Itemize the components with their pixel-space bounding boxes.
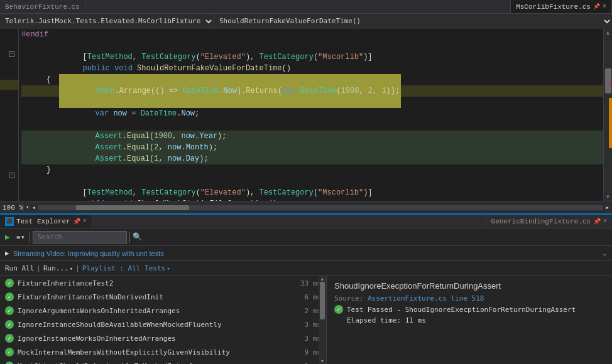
code-status-bar: 100 % ▾ ◂ ▸ (0, 201, 612, 213)
gutter-row (0, 90, 18, 100)
tab-mscorlib-fixture[interactable]: MsCorlibFixture.cs 📌 × (510, 0, 612, 13)
gutter-row (0, 130, 18, 140)
test-name: IgnoreInstanceWorksOnInheritedArranges (18, 335, 176, 343)
zoom-icon: ▾ (26, 204, 29, 211)
code-line-highlighted: Mock.Arrange(() => DateTime.Now).Returns… (21, 85, 603, 97)
run-all-button[interactable]: Run All (5, 264, 34, 272)
list-item[interactable]: ✓ IgnoreInstanceShouldBeAvailableWhenMoc… (0, 318, 326, 331)
method-dropdown[interactable]: ShouldReturnFakeValueForDateTime() (214, 14, 612, 29)
code-line: var now = DateTime.Now; (21, 108, 603, 119)
tab-label: BehaviorFixture.cs (5, 3, 80, 11)
separator-1: | (36, 265, 41, 272)
namespace-dropdown[interactable]: Telerik.JustMock.Tests.Elevated.MsCorlib… (0, 14, 214, 29)
run-toolbar: Run All | Run... ▾ | Playlist : All Test… (0, 261, 612, 276)
run-icon: ▶ (5, 233, 10, 240)
test-detail-pane: ShoudIgnoreExecptionForReturnDuringAsser… (327, 276, 612, 364)
top-tab-bar: BehaviorFixture.cs MsCorlibFixture.cs 📌 … (0, 0, 612, 14)
pin-panel-icon[interactable]: 📌 (73, 218, 80, 225)
horizontal-scrollbar[interactable] (38, 205, 603, 210)
gutter-row (0, 181, 18, 191)
list-scroll-down[interactable]: ▼ (321, 358, 324, 364)
pass-icon: ✓ (5, 306, 14, 315)
playlist-button[interactable]: Playlist : All Tests ▾ (82, 264, 170, 272)
scroll-up-arrow[interactable]: ▲ (605, 29, 611, 37)
test-explorer-panel: ⬛ Test Explorer 📌 × GenericBindingFixtur… (0, 213, 612, 364)
pass-icon: ✓ (5, 292, 14, 301)
vertical-scrollbar[interactable]: ▲ ▼ (603, 29, 612, 201)
test-name: MockObjectShouldBeAssignableToMockedInte… (18, 362, 205, 365)
code-line: public void ShouldReturnFakeValueForDate… (21, 63, 603, 74)
detail-title: ShoudIgnoreExecptionForReturnDuringAsser… (334, 281, 604, 291)
search-input[interactable] (33, 231, 127, 244)
code-editor: − − #endif [TestMethod, TestCategory("El… (0, 29, 612, 201)
streaming-banner: ▶ Streaming Video: Improving quality wit… (0, 246, 612, 261)
gutter-row (0, 161, 18, 171)
code-line: public void ShouldMockStaticFileOperatio… (21, 198, 603, 201)
pass-icon: ✓ (5, 348, 14, 356)
test-time: < 1 ms (296, 362, 321, 365)
detail-elapsed: Elapsed time: 11 ms (347, 316, 604, 324)
pass-icon: ✓ (5, 361, 14, 364)
collapse-icon-2[interactable]: − (9, 173, 14, 178)
detail-passed: ✓ Test Passed - ShoudIgnoreExecptionForR… (334, 305, 604, 314)
test-explorer-label: Test Explorer (16, 218, 70, 225)
scroll-thumb[interactable] (605, 68, 611, 94)
gutter-row (0, 100, 18, 110)
gutter-collapse-row2[interactable]: − (0, 171, 18, 181)
gutter-row (0, 70, 18, 80)
close-right-panel-x[interactable]: × (603, 218, 607, 225)
toolbar-separator (30, 232, 30, 243)
te-main: ✓ FixtureInheritanceTest2 33 ms ✓ Fixtur… (0, 276, 612, 364)
generic-binding-label: GenericBindingFixture.cs (491, 218, 591, 225)
list-item[interactable]: ✓ IgnoreArgumentsWorksOnInheritedArrange… (0, 304, 326, 318)
playlist-label: Playlist : All Tests (82, 264, 165, 272)
gutter-row (0, 140, 18, 150)
close-icon[interactable]: × (603, 3, 606, 10)
search-icon[interactable]: 🔍 (133, 232, 142, 242)
code-line: } (21, 164, 603, 176)
scroll-right-btn[interactable]: ▸ (605, 203, 609, 211)
list-scroll-thumb[interactable] (320, 282, 325, 319)
pass-icon: ✓ (5, 334, 14, 343)
h-scroll-thumb[interactable] (76, 205, 189, 210)
list-scrollbar[interactable]: ▲ ▼ (319, 276, 326, 364)
test-list: ✓ FixtureInheritanceTest2 33 ms ✓ Fixtur… (0, 276, 327, 364)
separator-2: | (75, 265, 80, 272)
list-item[interactable]: ✓ MockObjectShouldBeAssignableToMockedIn… (0, 359, 326, 364)
group-icon: ≡ (16, 233, 20, 241)
list-item[interactable]: ✓ IgnoreInstanceWorksOnInheritedArranges… (0, 331, 326, 345)
close-panel-icon[interactable]: × (83, 218, 87, 225)
scroll-down-arrow[interactable]: ▼ (605, 193, 611, 201)
run-dropdown-button[interactable]: Run... ▾ (43, 264, 73, 272)
gutter-collapse-row[interactable]: − (0, 49, 18, 59)
group-by-btn[interactable]: ≡ ▾ (14, 230, 27, 244)
list-item[interactable]: ✓ FixtureInheritanceTest2 33 ms (0, 276, 326, 290)
group-dropdown-arrow: ▾ (21, 234, 25, 240)
orange-scroll-marker (609, 98, 612, 148)
gutter-row (0, 191, 18, 201)
gutter-row (0, 29, 18, 39)
code-line: Assert.Equal(1, now.Day); (21, 153, 603, 164)
expand-streaming-icon[interactable]: ⌄ (603, 249, 607, 258)
scroll-left-btn[interactable]: ◂ (31, 203, 36, 211)
play-icon: ▶ (5, 249, 9, 257)
source-link[interactable]: AssertionFixture.cs line 518 (368, 294, 484, 302)
gutter-row (0, 80, 18, 90)
tab-mscorlib-label: MsCorlibFixture.cs (516, 3, 591, 11)
list-scroll-track[interactable] (319, 282, 326, 358)
gutter-row (0, 59, 18, 69)
list-item[interactable]: ✓ FixtureInheritanceTestNoDerivedInit 6 … (0, 290, 326, 304)
close-right-panel-icon[interactable]: 📌 (593, 218, 601, 225)
list-scroll-up[interactable]: ▲ (321, 276, 324, 282)
panel-tab-right: GenericBindingFixture.cs 📌 × (486, 215, 612, 228)
run-label: Run... (43, 264, 68, 272)
code-content[interactable]: #endif [TestMethod, TestCategory("Elevat… (19, 29, 603, 201)
test-explorer-tab[interactable]: ⬛ Test Explorer 📌 × (0, 215, 92, 228)
toolbar-separator-2 (129, 232, 130, 243)
run-tests-btn[interactable]: ▶ (3, 230, 13, 244)
streaming-label[interactable]: Streaming Video: Improving quality with … (13, 250, 164, 257)
collapse-icon[interactable]: − (9, 51, 14, 57)
tab-behavior-fixture[interactable]: BehaviorFixture.cs (0, 0, 85, 13)
gutter-row (0, 110, 18, 120)
list-item[interactable]: ✓ MockInternalMembersWithoutExplicitlyGi… (0, 345, 326, 359)
